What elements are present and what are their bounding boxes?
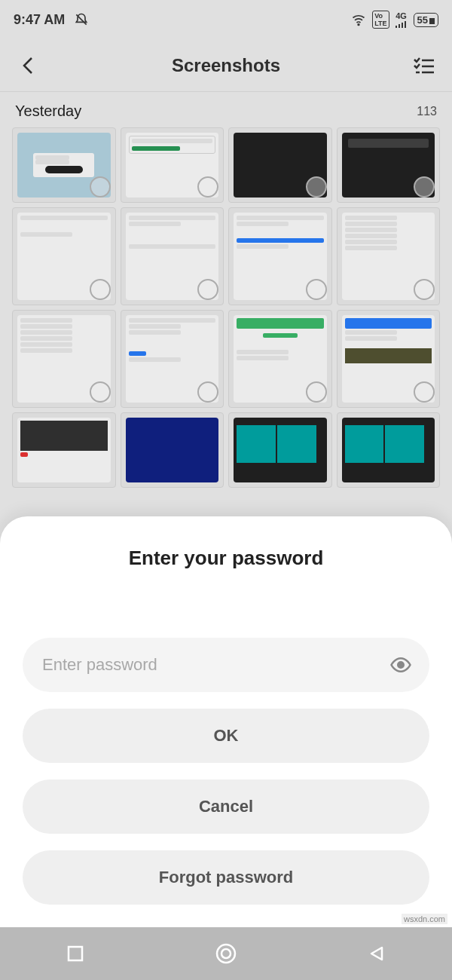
- screenshot-thumbnail[interactable]: [12, 310, 116, 408]
- cancel-button[interactable]: Cancel: [23, 779, 429, 834]
- signal-icon: 4G: [396, 12, 408, 28]
- dnd-icon: [74, 12, 89, 27]
- selection-circle-icon: [197, 176, 218, 198]
- selection-circle-icon: [90, 176, 111, 198]
- selection-circle-icon: [197, 381, 218, 403]
- screenshot-thumbnail[interactable]: [337, 412, 441, 488]
- forgot-password-button[interactable]: Forgot password: [23, 850, 429, 905]
- page-title: Screenshots: [41, 55, 411, 76]
- thumbnail-grid: [0, 127, 452, 488]
- selection-circle-icon: [90, 381, 111, 403]
- svg-rect-3: [402, 23, 403, 28]
- home-button[interactable]: [211, 939, 241, 969]
- ok-button[interactable]: OK: [23, 709, 429, 763]
- section-title: Yesterday: [15, 103, 81, 120]
- volte-icon: VoLTE: [372, 11, 389, 29]
- screenshot-thumbnail[interactable]: [337, 310, 441, 408]
- svg-point-10: [398, 662, 404, 668]
- recent-apps-button[interactable]: [60, 939, 90, 969]
- svg-rect-5: [429, 18, 435, 24]
- selection-circle-icon: [414, 279, 435, 300]
- selection-circle-icon: [197, 279, 218, 300]
- section-header: Yesterday 113: [0, 92, 452, 127]
- selection-circle-icon: [306, 381, 327, 403]
- watermark: wsxdn.com: [402, 914, 447, 924]
- screenshot-thumbnail[interactable]: [12, 127, 116, 203]
- select-mode-button[interactable]: [411, 54, 435, 78]
- app-header: Screenshots: [0, 39, 452, 92]
- svg-point-13: [221, 949, 231, 958]
- selection-circle-icon: [414, 381, 435, 403]
- selection-circle-icon: [306, 176, 327, 198]
- svg-point-0: [358, 24, 359, 26]
- screenshot-thumbnail[interactable]: [121, 310, 224, 408]
- screenshot-thumbnail[interactable]: [337, 207, 441, 305]
- svg-rect-1: [396, 26, 397, 28]
- modal-title: Enter your password: [23, 547, 429, 570]
- wifi-icon: [351, 12, 366, 27]
- selection-circle-icon: [414, 176, 435, 198]
- svg-rect-11: [69, 947, 82, 960]
- password-modal: Enter your password OK Cancel Forgot pas…: [0, 516, 452, 927]
- section-count: 113: [417, 105, 437, 118]
- show-password-icon[interactable]: [389, 653, 413, 677]
- screenshot-thumbnail[interactable]: [121, 127, 224, 203]
- screenshot-thumbnail[interactable]: [12, 207, 116, 305]
- status-time: 9:47 AM: [14, 12, 65, 28]
- screenshot-thumbnail[interactable]: [121, 412, 224, 488]
- system-nav-bar: [0, 927, 452, 980]
- screenshot-thumbnail[interactable]: [228, 207, 332, 305]
- svg-rect-2: [399, 24, 400, 28]
- selection-circle-icon: [306, 279, 327, 300]
- battery-icon: 55: [414, 13, 438, 27]
- screenshot-thumbnail[interactable]: [228, 310, 332, 408]
- password-input[interactable]: [23, 638, 429, 692]
- screenshot-thumbnail[interactable]: [228, 412, 332, 488]
- back-button[interactable]: [17, 54, 41, 78]
- back-nav-button[interactable]: [362, 939, 392, 969]
- screenshot-thumbnail[interactable]: [337, 127, 441, 203]
- selection-circle-icon: [90, 279, 111, 300]
- svg-point-12: [217, 945, 235, 963]
- status-bar: 9:47 AM VoLTE 4G 55: [0, 0, 452, 39]
- screenshot-thumbnail[interactable]: [228, 127, 332, 203]
- screenshot-thumbnail[interactable]: [12, 412, 116, 488]
- screenshot-thumbnail[interactable]: [121, 207, 224, 305]
- svg-rect-4: [405, 21, 406, 28]
